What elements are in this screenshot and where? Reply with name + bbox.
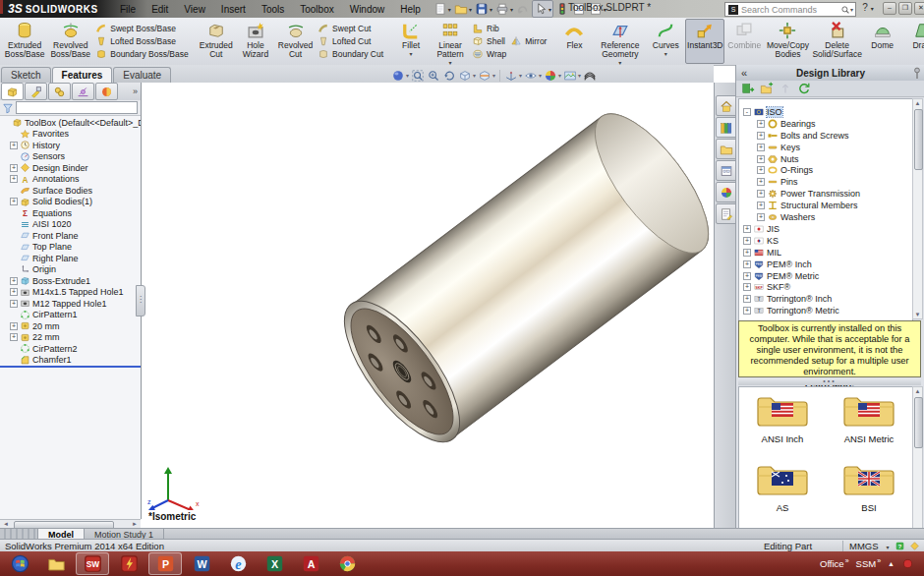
library-item-jis[interactable]: +JIS bbox=[739, 223, 913, 235]
hide-show-items-button[interactable]: ▾ bbox=[524, 69, 542, 83]
library-item-pem-inch[interactable]: +PEMPEM® Inch bbox=[739, 259, 913, 270]
file-explorer-tab[interactable] bbox=[716, 139, 737, 159]
tree-item-design-binder[interactable]: +Design Binder bbox=[0, 162, 141, 174]
expand-toggle[interactable]: + bbox=[757, 202, 765, 209]
library-item-mil[interactable]: +MIL bbox=[739, 247, 913, 259]
panel-splitter-handle[interactable] bbox=[136, 285, 145, 317]
draft-button[interactable]: Draft bbox=[902, 19, 924, 64]
section-view-button[interactable]: ▾ bbox=[478, 69, 495, 83]
tab-evaluate[interactable]: Evaluate bbox=[113, 67, 171, 83]
property-manager-tab[interactable] bbox=[25, 83, 47, 100]
tree-item-history[interactable]: +History bbox=[0, 140, 141, 151]
tray-office[interactable]: Office» bbox=[820, 557, 849, 569]
shell-button[interactable]: Shell bbox=[472, 35, 506, 47]
lofted-cut-button[interactable]: Lofted Cut bbox=[318, 35, 383, 47]
tree-item-m14x1-5-tapped-hole1[interactable]: +M14x1.5 Tapped Hole1 bbox=[0, 287, 141, 299]
collapse-panel-button[interactable]: « bbox=[736, 67, 752, 79]
tag-icon[interactable] bbox=[909, 541, 920, 551]
design-library-tab[interactable] bbox=[716, 117, 737, 138]
swept-cut-button[interactable]: Swept Cut bbox=[318, 23, 383, 34]
tree-item-20-mm[interactable]: +20 mm bbox=[0, 320, 141, 332]
rib-button[interactable]: Rib bbox=[472, 23, 506, 34]
tree-item-front-plane[interactable]: Front Plane bbox=[0, 230, 141, 242]
hole-wizard-button[interactable]: Hole Wizard bbox=[236, 19, 275, 64]
expand-toggle[interactable]: + bbox=[743, 295, 751, 303]
expand-toggle[interactable]: + bbox=[743, 272, 751, 280]
tree-item-origin[interactable]: Origin bbox=[0, 264, 141, 276]
expand-toggle[interactable]: + bbox=[10, 277, 18, 285]
units-selector[interactable]: MMGS▾ bbox=[842, 541, 895, 551]
panel-section-splitter[interactable]: ••• bbox=[738, 378, 921, 385]
curves-button[interactable]: Curves▾ bbox=[646, 19, 685, 64]
library-item-o-rings[interactable]: +O-Rings bbox=[739, 165, 913, 177]
edit-appearance-button[interactable]: ▾ bbox=[544, 69, 561, 83]
search-icon[interactable] bbox=[840, 5, 850, 15]
internet-explorer[interactable]: e bbox=[221, 552, 255, 575]
fillet-button[interactable]: Fillet▾ bbox=[391, 19, 431, 64]
expand-toggle[interactable]: + bbox=[743, 249, 751, 257]
library-folder-bsi[interactable]: BSI bbox=[827, 462, 911, 513]
expand-toggle[interactable]: + bbox=[743, 237, 751, 245]
start-button[interactable] bbox=[3, 552, 36, 575]
library-item-torrington-inch[interactable]: +TTorrington® Inch bbox=[739, 293, 913, 305]
new-document-button[interactable]: ▾ bbox=[433, 1, 452, 17]
tree-item-right-plane[interactable]: Right Plane bbox=[0, 253, 141, 264]
display-style-button[interactable]: ▾ bbox=[458, 69, 476, 83]
filter-input[interactable] bbox=[16, 101, 138, 114]
library-item-skf[interactable]: +SKFSKF® bbox=[739, 282, 913, 294]
swept-boss-base-button[interactable]: Swept Boss/Base bbox=[95, 23, 188, 34]
library-folder-ansi-inch[interactable]: ANSI Inch bbox=[740, 393, 825, 444]
display-manager-tab[interactable] bbox=[95, 83, 118, 100]
menu-help[interactable]: Help bbox=[392, 2, 429, 17]
expand-toggle[interactable]: + bbox=[757, 190, 765, 198]
notification-icon[interactable] bbox=[901, 557, 914, 570]
view-stripes-button[interactable] bbox=[583, 69, 597, 83]
library-item-iso[interactable]: -ISO bbox=[739, 106, 913, 118]
expand-toggle[interactable]: + bbox=[757, 144, 765, 151]
tree-item-sensors[interactable]: Sensors bbox=[0, 151, 141, 163]
expand-toggle[interactable]: + bbox=[10, 164, 18, 172]
expand-toggle[interactable]: + bbox=[757, 155, 765, 163]
tree-item-boss-extrude1[interactable]: +Boss-Extrude1 bbox=[0, 275, 141, 287]
library-item-pins[interactable]: +Pins bbox=[739, 176, 913, 188]
boundary-boss-base-button[interactable]: Boundary Boss/Base bbox=[95, 48, 188, 60]
dome-button[interactable]: Dome bbox=[863, 19, 902, 64]
windows-explorer[interactable] bbox=[39, 552, 73, 575]
library-folder-ansi-metric[interactable]: ANSI Metric bbox=[827, 393, 911, 444]
tab-features[interactable]: Features bbox=[52, 67, 113, 83]
solidworks-rx[interactable] bbox=[112, 552, 145, 575]
close-button[interactable]: ✕ bbox=[914, 2, 924, 15]
search-commands-box[interactable]: S Search Commands ▾ bbox=[724, 2, 856, 17]
refresh-button[interactable] bbox=[796, 81, 812, 96]
tree-item-chamfer1[interactable]: Chamfer1 bbox=[0, 355, 141, 367]
delete-solid-surface-button[interactable]: Delete Solid/Surface bbox=[812, 19, 863, 64]
expand-toggle[interactable]: - bbox=[743, 108, 751, 116]
expand-toggle[interactable]: + bbox=[10, 300, 18, 308]
library-item-pem-metric[interactable]: +PEMPEM® Metric bbox=[739, 270, 913, 282]
expand-toggle[interactable]: + bbox=[10, 142, 18, 149]
quick-tips-icon[interactable]: ? bbox=[895, 541, 905, 551]
extruded-boss-base-button[interactable]: Extruded Boss/Base bbox=[2, 19, 47, 64]
menu-view[interactable]: View bbox=[176, 2, 213, 17]
tree-item-22-mm[interactable]: +22 mm bbox=[0, 332, 141, 344]
open-document-button[interactable]: ▾ bbox=[453, 1, 473, 17]
menu-window[interactable]: Window bbox=[342, 2, 393, 17]
chrome[interactable] bbox=[330, 552, 364, 575]
library-item-ks[interactable]: +KS bbox=[739, 235, 913, 247]
search-dropdown-icon[interactable]: ▾ bbox=[850, 6, 853, 13]
tree-item-favorites[interactable]: Favorites bbox=[0, 129, 141, 141]
adobe-reader[interactable]: A bbox=[294, 552, 327, 575]
library-item-washers[interactable]: +Washers bbox=[739, 211, 913, 223]
minimize-button[interactable]: – bbox=[883, 2, 896, 15]
expand-toggle[interactable]: + bbox=[757, 120, 765, 128]
configuration-manager-tab[interactable] bbox=[48, 83, 71, 100]
library-item-structural-members[interactable]: +Structural Members bbox=[739, 200, 913, 211]
boundary-cut-button[interactable]: Boundary Cut bbox=[318, 48, 383, 60]
linear-pattern-button[interactable]: Linear Pattern▾ bbox=[431, 19, 470, 64]
reference-geometry-button[interactable]: Reference Geometry▾ bbox=[594, 19, 646, 64]
wrap-button[interactable]: Wrap bbox=[472, 48, 506, 60]
add-to-library-button[interactable] bbox=[740, 81, 756, 96]
tray-ssm[interactable]: SSM» bbox=[856, 557, 882, 569]
library-item-bolts-and-screws[interactable]: +Bolts and Screws bbox=[739, 130, 913, 142]
view-orientation-button[interactable]: ▾ bbox=[504, 69, 522, 83]
